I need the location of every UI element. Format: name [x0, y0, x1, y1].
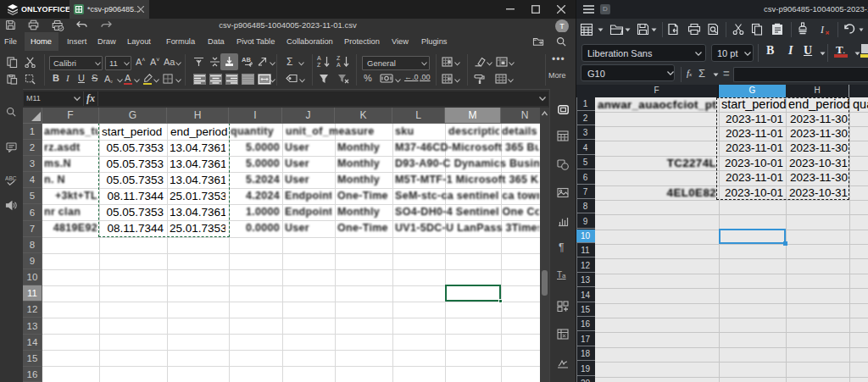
svg-text:AB: AB [242, 56, 251, 64]
svg-text:I: I [820, 24, 825, 36]
svg-text:ABC: ABC [5, 175, 17, 181]
